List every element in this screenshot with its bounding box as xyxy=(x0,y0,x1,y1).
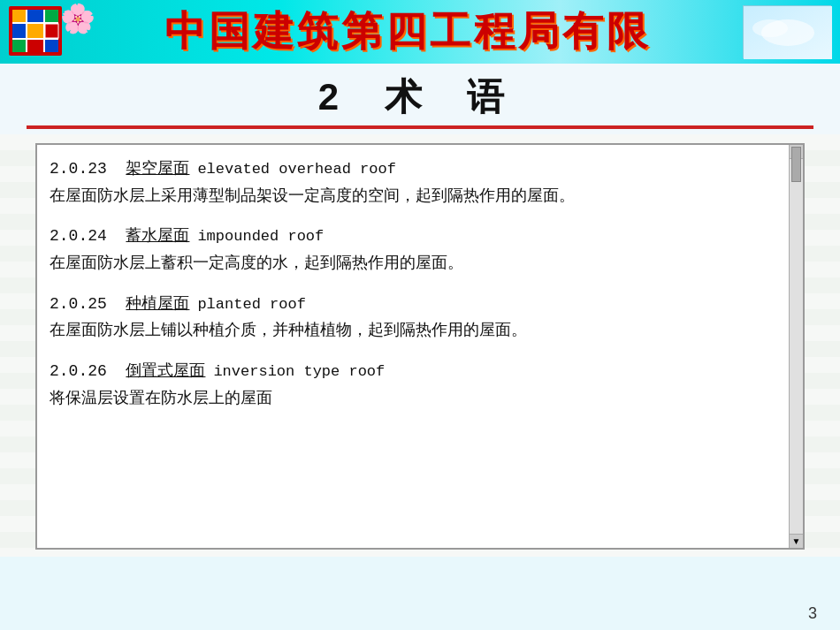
text-box-wrapper: ▲ ▼ 2.0.23 架空屋面 elevated overhead roof 在… xyxy=(18,134,822,557)
svg-rect-13 xyxy=(27,40,43,52)
entry-2025: 2.0.25 种植屋面 planted roof 在屋面防水层上铺以种植介质，并… xyxy=(50,291,775,344)
svg-point-17 xyxy=(752,19,788,37)
header-right-decoration xyxy=(743,5,831,58)
svg-rect-7 xyxy=(27,10,43,22)
entry-2026-title: 2.0.26 倒置式屋面 inversion type roof xyxy=(50,358,775,385)
entry-2025-title: 2.0.25 种植屋面 planted roof xyxy=(50,291,775,318)
entry-2026: 2.0.26 倒置式屋面 inversion type roof 将保温层设置在… xyxy=(50,358,775,411)
svg-rect-6 xyxy=(12,10,26,22)
page-title-section: 2 术 语 xyxy=(0,64,840,134)
entry-2023: 2.0.23 架空屋面 elevated overhead roof 在屋面防水… xyxy=(50,156,775,209)
entry-2023-english: elevated overhead roof xyxy=(197,161,395,178)
scrollbar-thumb[interactable] xyxy=(791,147,801,182)
entry-2026-english: inversion type roof xyxy=(213,363,385,380)
svg-rect-14 xyxy=(45,40,58,52)
entry-2024-number: 2.0.24 xyxy=(50,227,126,245)
svg-rect-9 xyxy=(12,24,26,38)
entry-2025-chinese: 种植屋面 xyxy=(126,294,189,312)
entry-2025-english: planted roof xyxy=(197,296,305,313)
text-box: ▲ ▼ 2.0.23 架空屋面 elevated overhead roof 在… xyxy=(35,143,805,550)
entry-2026-chinese: 倒置式屋面 xyxy=(126,361,205,379)
entry-2023-desc: 在屋面防水层上采用薄型制品架设一定高度的空间，起到隔热作用的屋面。 xyxy=(50,183,775,209)
entry-2025-number: 2.0.25 xyxy=(50,295,126,313)
text-content: 2.0.23 架空屋面 elevated overhead roof 在屋面防水… xyxy=(50,156,775,412)
entry-2023-chinese: 架空屋面 xyxy=(126,159,189,177)
header-title-area: 中国建筑第四工程局有限 xyxy=(73,4,743,59)
header-title: 中国建筑第四工程局有限 xyxy=(164,4,651,59)
flower-decoration: 🌸 xyxy=(60,2,95,35)
entry-2024-english: impounded roof xyxy=(197,228,324,245)
logo xyxy=(9,6,64,57)
header: 🌸 中国建筑第四工程局有限 xyxy=(0,0,840,64)
entry-2026-desc: 将保温层设置在防水层上的屋面 xyxy=(50,385,775,412)
entry-2024-chinese: 蓄水屋面 xyxy=(126,226,189,244)
entry-2024: 2.0.24 蓄水屋面 impounded roof 在屋面防水层上蓄积一定高度… xyxy=(50,223,775,276)
svg-rect-12 xyxy=(12,40,26,52)
entry-2023-number: 2.0.23 xyxy=(50,160,126,178)
title-underline xyxy=(27,125,813,129)
entry-2024-desc: 在屋面防水层上蓄积一定高度的水，起到隔热作用的屋面。 xyxy=(50,250,775,277)
scrollbar-arrow-down[interactable]: ▼ xyxy=(790,534,803,548)
svg-rect-8 xyxy=(45,10,58,22)
content-area: ▲ ▼ 2.0.23 架空屋面 elevated overhead roof 在… xyxy=(0,134,840,557)
entry-2024-title: 2.0.24 蓄水屋面 impounded roof xyxy=(50,223,775,250)
page-title: 2 术 语 xyxy=(0,72,840,122)
entry-2025-desc: 在屋面防水层上铺以种植介质，并种植植物，起到隔热作用的屋面。 xyxy=(50,317,775,344)
entry-2026-number: 2.0.26 xyxy=(50,362,126,380)
entry-2023-title: 2.0.23 架空屋面 elevated overhead roof xyxy=(50,156,775,183)
page-number: 3 xyxy=(808,604,817,623)
svg-rect-11 xyxy=(45,24,58,38)
svg-rect-10 xyxy=(27,24,43,38)
scrollbar[interactable]: ▲ ▼ xyxy=(789,145,803,548)
